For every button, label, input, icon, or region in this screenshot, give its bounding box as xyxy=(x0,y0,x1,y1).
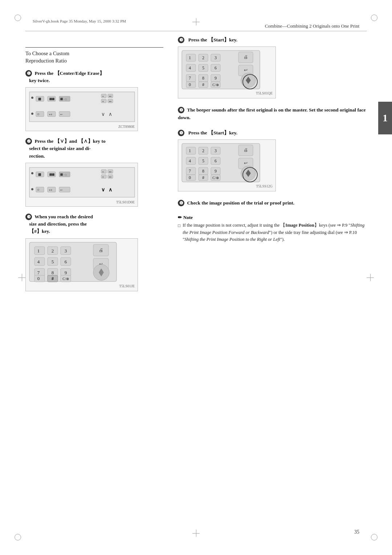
cross-mark-left xyxy=(18,274,25,281)
step-right-6-text: Check the image position of the trial or… xyxy=(187,200,294,206)
svg-rect-90 xyxy=(186,64,196,72)
cross-mark-right xyxy=(367,274,374,281)
svg-text:7: 7 xyxy=(37,270,40,275)
svg-text:9: 9 xyxy=(215,169,217,174)
svg-text:0: 0 xyxy=(189,82,191,87)
svg-text:⬛: ⬛ xyxy=(38,173,41,176)
step-right-5-label: ❺ Press the 【Start】key. xyxy=(178,129,367,137)
keypad-svg-2: 1 2 3 🖨 4 5 6 ↩ 7 xyxy=(181,50,277,90)
svg-rect-0 xyxy=(29,92,135,122)
step-1-device-image: ⬛ ⬛⬛ ⬛→◻ ● ●● ● ●● ⊙ xyxy=(25,87,138,131)
svg-point-48 xyxy=(31,172,33,174)
svg-text:#: # xyxy=(52,276,54,281)
svg-text:1: 1 xyxy=(189,148,191,153)
step-2-label: ❷ Press the 【∨】and 【∧】key to select the … xyxy=(25,138,163,160)
svg-rect-104 xyxy=(186,82,196,88)
note-title-text: Note xyxy=(183,215,193,220)
step-right-5-keypad: 1 2 3 🖨 4 5 6 ↩ 7 xyxy=(178,139,276,191)
step-2-device-image: ⬛ ⬛⬛ ⬛→◻ ● ●● ● ●● ⊙ ●⊕ ●≡ xyxy=(25,163,138,207)
svg-text:4: 4 xyxy=(189,65,191,70)
svg-text:∧: ∧ xyxy=(109,112,112,117)
svg-rect-122 xyxy=(186,157,196,165)
step-3: ❸ When you reach the desired size and di… xyxy=(25,213,163,291)
svg-text:●●: ●● xyxy=(109,100,112,102)
svg-rect-114 xyxy=(186,147,196,154)
svg-text:0: 0 xyxy=(37,276,40,281)
note-body: If the image position is not correct, ad… xyxy=(183,222,367,243)
svg-text:3: 3 xyxy=(215,148,217,153)
step-1-num: ❶ xyxy=(25,70,32,77)
keypad-svg-3: 1 2 3 🖨 4 5 6 ↩ 7 xyxy=(181,143,277,183)
page-number: 35 xyxy=(354,529,359,535)
svg-text:6: 6 xyxy=(65,259,67,264)
svg-text:∧: ∧ xyxy=(109,187,112,193)
svg-text:●: ● xyxy=(102,176,104,178)
corner-mark-bl xyxy=(15,534,21,540)
svg-text:●●: ●● xyxy=(109,171,112,173)
step-right-6: ❻ Check the image position of the trial … xyxy=(178,199,367,207)
note-row: If the image position is not correct, ad… xyxy=(178,222,367,243)
svg-rect-130 xyxy=(186,167,196,175)
svg-text:#: # xyxy=(202,175,204,180)
svg-point-49 xyxy=(31,188,33,190)
svg-rect-98 xyxy=(186,74,196,82)
svg-text:3: 3 xyxy=(65,248,67,254)
svg-text:●●: ●● xyxy=(109,176,112,178)
svg-text:7: 7 xyxy=(189,169,191,174)
svg-point-24 xyxy=(31,113,33,115)
svg-text:●●: ●● xyxy=(109,95,112,97)
svg-text:●: ● xyxy=(102,100,104,102)
svg-text:●: ● xyxy=(102,95,104,97)
svg-text:9: 9 xyxy=(65,270,67,275)
svg-text:●⊕: ●⊕ xyxy=(49,113,52,116)
side-tab: 1 xyxy=(378,102,392,134)
svg-text:9: 9 xyxy=(215,76,217,81)
step-1: ❶ Press the 【Center/Edge Erase】 key twic… xyxy=(25,70,163,131)
svg-text:⬛→◻: ⬛→◻ xyxy=(60,173,67,176)
svg-rect-136 xyxy=(186,175,196,181)
step-right-3: ❸ Press the 【Start】key. 1 2 3 🖨 4 xyxy=(178,36,367,98)
svg-text:4: 4 xyxy=(189,158,191,163)
svg-text:C/⊗: C/⊗ xyxy=(212,176,219,180)
corner-mark-tr xyxy=(371,15,377,21)
book-mark: SilverV-gh.book Page 35 Monday, May 15, … xyxy=(33,19,126,23)
step-1-caption: ZCT8980E xyxy=(29,125,135,129)
svg-text:1: 1 xyxy=(37,248,40,254)
svg-text:●≡: ●≡ xyxy=(60,113,63,116)
svg-text:∨: ∨ xyxy=(101,187,105,193)
corner-mark-tl xyxy=(15,15,21,21)
step-right-4-label: ❹ The beeper sounds after the first orig… xyxy=(178,106,367,121)
svg-text:2: 2 xyxy=(202,55,204,60)
side-tab-number: 1 xyxy=(383,112,388,124)
svg-text:2: 2 xyxy=(52,248,54,254)
header-line xyxy=(25,31,367,31)
step-right-5-caption: T5LSS12G xyxy=(181,184,273,188)
note-section: ✏ Note If the image position is not corr… xyxy=(178,215,367,243)
svg-text:●⊕: ●⊕ xyxy=(49,189,52,191)
svg-text:🖨: 🖨 xyxy=(244,54,248,60)
step-3-label: ❸ When you reach the desired size and di… xyxy=(25,213,163,235)
corner-mark-br xyxy=(371,534,377,540)
step-right-4: ❹ The beeper sounds after the first orig… xyxy=(178,106,367,121)
svg-rect-25 xyxy=(29,167,135,197)
step-right-6-label: ❻ Check the image position of the trial … xyxy=(178,199,367,207)
svg-text:C/⊗: C/⊗ xyxy=(212,83,219,87)
step-3-caption: T5LS01JE xyxy=(29,284,135,288)
svg-text:C/⊗: C/⊗ xyxy=(62,277,69,281)
svg-text:8: 8 xyxy=(202,169,204,174)
step-2-caption: T5LS01D0E xyxy=(29,200,135,204)
note-title: ✏ Note xyxy=(178,215,367,220)
svg-text:↩: ↩ xyxy=(244,161,248,166)
header-text: Combine—Combining 2 Originals onto One P… xyxy=(265,23,359,29)
note-icon: ✏ xyxy=(178,215,182,220)
right-column: ❸ Press the 【Start】key. 1 2 3 🖨 4 xyxy=(178,36,367,243)
svg-text:●: ● xyxy=(102,171,104,173)
svg-text:5: 5 xyxy=(202,158,204,163)
panel-svg-2: ⬛ ⬛⬛ ⬛→◻ ● ●● ● ●● ⊙ ●⊕ ●≡ xyxy=(29,167,135,199)
svg-text:⬛: ⬛ xyxy=(38,97,41,101)
svg-text:1: 1 xyxy=(189,55,191,60)
section-title: To Choose a Custom Reproduction Ratio xyxy=(25,47,163,65)
svg-text:6: 6 xyxy=(215,158,217,163)
svg-text:7: 7 xyxy=(189,76,191,81)
cross-mark-top xyxy=(192,18,200,25)
